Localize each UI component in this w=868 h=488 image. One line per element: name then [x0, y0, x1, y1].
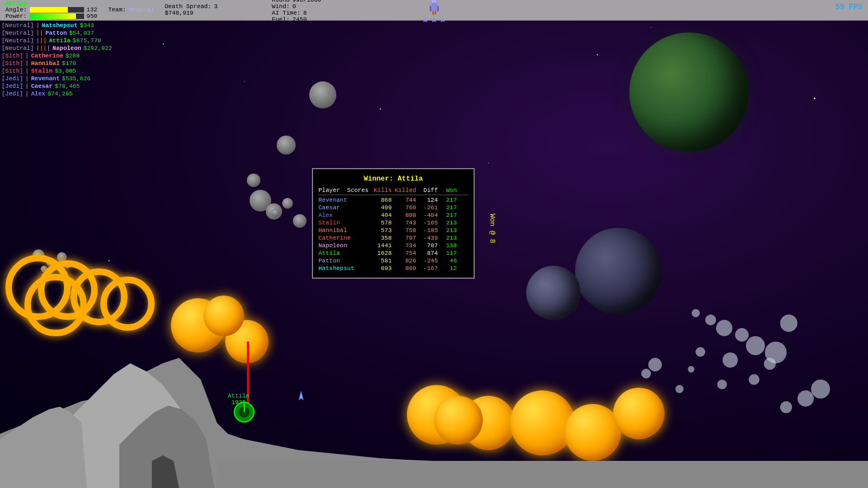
stat-won: 117 [438, 250, 457, 256]
stat-killed: 826 [392, 258, 416, 264]
player-name: Hatshepsut [42, 22, 78, 29]
player-name: Caesar [31, 83, 53, 89]
stat-kills: 358 [367, 235, 392, 241]
fuel-value: 2450 [292, 16, 307, 23]
stats-data-row: Stalin 578 743 -165 213 [318, 219, 468, 227]
debris-3 [282, 198, 293, 209]
player-name: Alex [31, 91, 45, 97]
team-section: Team: Neutral [108, 7, 154, 13]
cloud-3 [705, 314, 716, 325]
player-money: $288 [66, 53, 80, 59]
debris-5 [293, 214, 307, 228]
stat-name: Patton [318, 258, 367, 264]
stat-name: Attila [318, 250, 367, 256]
stat-kills: 573 [367, 227, 392, 234]
stat-diff: -404 [416, 212, 438, 219]
stat-killed: 797 [392, 235, 416, 241]
star [814, 98, 815, 99]
stat-kills: 1441 [367, 242, 392, 249]
stat-kills: 404 [367, 212, 392, 219]
player-money: $74,285 [48, 91, 73, 97]
cloud-7 [692, 309, 700, 317]
stat-diff: -261 [416, 204, 438, 211]
stats-data-row: Patton 581 826 -245 46 [318, 257, 468, 265]
player-money: $3,005 [55, 68, 76, 74]
header-player-name: Attila [5, 0, 27, 7]
stat-kills: 499 [367, 204, 392, 211]
player-name: Stalin [31, 68, 53, 74]
rank-bars: | [25, 91, 29, 97]
svg-rect-0 [217, 461, 868, 488]
player-money: $535,626 [62, 75, 91, 82]
player-money: $292,922 [84, 45, 112, 52]
star [108, 260, 110, 261]
team-label: [Jedi] [2, 83, 23, 89]
player-money: $78,465 [55, 83, 80, 89]
scoreboard-row: [Neutral] | Hatshepsut $343 [0, 22, 141, 29]
debris-4 [271, 209, 279, 217]
angle-value: 132 [87, 7, 98, 13]
star [163, 43, 164, 44]
svg-marker-7 [430, 6, 431, 11]
player-name: Patton [46, 30, 67, 36]
svg-rect-6 [431, 3, 437, 11]
player-money: $343 [80, 22, 94, 29]
team-label: [Sith] [2, 53, 23, 59]
ai-time-value: 8 [303, 10, 307, 16]
stat-won: 213 [438, 220, 457, 226]
rank-bars: | [36, 22, 40, 29]
star [488, 163, 489, 163]
team-label: [Sith] [2, 68, 23, 74]
stat-won: 217 [438, 204, 457, 211]
player-name: Attila [49, 37, 71, 44]
debris-small [247, 174, 260, 187]
player-stats: Attila Angle: 132 Power: 950 [5, 0, 97, 20]
stat-killed: 758 [392, 227, 416, 234]
money: $748,919 [165, 10, 194, 16]
stat-killed: 734 [392, 242, 416, 249]
stat-name: Catherine [318, 235, 367, 241]
stats-header: Player Scores Kills Killed Diff Won [318, 187, 468, 195]
wind-value: 0 [292, 3, 296, 10]
scoreboard-row: [Neutral] ||| Attila $875,770 [0, 37, 141, 44]
stat-won: 213 [438, 235, 457, 241]
rank-bars: | [25, 53, 29, 59]
angle-bar [30, 7, 84, 12]
stat-name: Caesar [318, 204, 367, 211]
stat-killed: 808 [392, 212, 416, 219]
win-dialog[interactable]: Winner: Attila Player Scores Kills Kille… [312, 168, 475, 279]
death-spread-label: Death Spread: [165, 3, 212, 10]
power-value: 950 [87, 13, 98, 20]
stats-data-row: Hatshepsut 693 860 -167 12 [318, 265, 468, 272]
team-label: Team: [108, 7, 126, 13]
player-money: $54,037 [69, 30, 94, 36]
stat-name: Revenant [318, 197, 367, 203]
stats-data-row: Hannibal 573 758 -185 213 [318, 227, 468, 234]
wind-label: Wind: [272, 3, 290, 10]
svg-rect-9 [432, 11, 434, 15]
stat-diff: 707 [416, 242, 438, 249]
rocket-section [422, 0, 446, 25]
stat-kills: 868 [367, 197, 392, 203]
svg-marker-11 [423, 17, 427, 22]
scoreboard-row: [Sith] | Catherine $288 [0, 52, 141, 60]
stat-killed: 744 [392, 197, 416, 203]
player-name: Catherine [31, 53, 63, 59]
svg-marker-8 [437, 6, 439, 11]
stat-diff: -245 [416, 258, 438, 264]
rank-bars: | [25, 75, 29, 82]
rocket-sub-icons [422, 17, 446, 25]
team-label: [Sith] [2, 60, 23, 67]
stats-data-row: Attila 1628 754 874 117 [318, 249, 468, 257]
player-name: Hannibal [31, 60, 60, 67]
stats-data-row: Caesar 499 760 -261 217 [318, 204, 468, 211]
stat-won: 217 [438, 212, 457, 219]
col-kills-header: Kills [367, 187, 392, 194]
stat-kills: 1628 [367, 250, 392, 256]
stat-diff: 874 [416, 250, 438, 256]
ai-time-label: AI Time: [272, 10, 301, 16]
stats-data-row: Alex 404 808 -404 217 [318, 211, 468, 219]
stat-kills: 581 [367, 258, 392, 264]
angle-bar-fill [30, 7, 68, 12]
team-label: [Neutral] [2, 22, 34, 29]
